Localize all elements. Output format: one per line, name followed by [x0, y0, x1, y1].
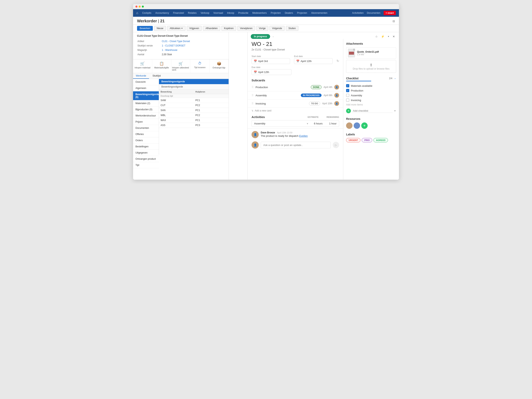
- add-checklist-input[interactable]: [352, 109, 393, 113]
- nav-inkoop[interactable]: Inkoop: [227, 11, 234, 15]
- drag-handle-icon[interactable]: ⠿: [252, 86, 253, 89]
- cell-pc2-1: PC2: [194, 113, 229, 118]
- home-icon[interactable]: ⌂: [136, 11, 138, 15]
- maximize-dot[interactable]: [142, 6, 144, 8]
- activity-name[interactable]: Assembly: [254, 122, 304, 125]
- end-date-field: End date 📅 April 12th: [294, 55, 333, 64]
- label-prio[interactable]: PRIO: [362, 138, 372, 142]
- drag-handle2-icon[interactable]: ⠿: [252, 94, 253, 97]
- drag-handle3-icon[interactable]: ⠿: [252, 102, 253, 105]
- minimize-dot[interactable]: [139, 6, 141, 8]
- sidebar-item-algemeen[interactable]: Algemeen: [133, 85, 159, 91]
- sidebar-item-offeries[interactable]: Offeries: [133, 131, 159, 137]
- nav-activiteiten[interactable]: Activiteiten: [352, 11, 364, 15]
- comment-link[interactable]: Evellen: [299, 134, 308, 137]
- action-inkopen-uitbesteed[interactable]: 🛒 Inkopen uitbesteed werk: [171, 59, 190, 73]
- nav-voorraad[interactable]: Voorraad: [213, 11, 223, 15]
- table-row: SAN PC1: [159, 108, 228, 113]
- nav-productie[interactable]: Productie: [238, 11, 248, 15]
- attachment-name[interactable]: Quote_Order21.pdf: [357, 50, 379, 53]
- sidebar-item-prijzen[interactable]: Prijzen: [133, 119, 159, 125]
- afdrukken-button[interactable]: Afdrukken ▼: [167, 26, 185, 31]
- action-inkopen-materiaal[interactable]: 🛒 Inkopen materiaal: [133, 59, 152, 73]
- tab-stuklijst[interactable]: Stuklijst: [150, 73, 163, 79]
- send-button[interactable]: ▷: [333, 142, 339, 148]
- sidebar-item-bestellingen[interactable]: Bestellingen: [133, 143, 159, 150]
- nav-verkoop[interactable]: Verkoop: [201, 11, 209, 15]
- filter-icon[interactable]: ⊟: [393, 19, 395, 23]
- drop-zone[interactable]: ⬆ Drop files to upload or browse files: [346, 60, 396, 73]
- comment-input[interactable]: [261, 142, 331, 148]
- add-checklist-button[interactable]: +: [346, 108, 351, 113]
- nav-cockpits[interactable]: Cockpits: [142, 11, 152, 15]
- sidebar-item-tijd[interactable]: Tijd: [133, 162, 159, 168]
- activities-title: Activities: [252, 115, 308, 119]
- checkbox-materials[interactable]: ✓: [346, 84, 349, 87]
- vorige-button[interactable]: Vorige: [256, 26, 268, 31]
- sidebar-item-uitgegeven[interactable]: Uitgegeven: [133, 150, 159, 156]
- action-ontvangst[interactable]: 📦 Ontvangst bijp: [209, 59, 228, 73]
- afhandelen-button[interactable]: Afhandelen: [203, 26, 220, 31]
- refresh-icon[interactable]: ↻: [336, 59, 339, 63]
- nieuw-button[interactable]: Nieuw: [154, 26, 166, 31]
- vrijgeven-button[interactable]: Vrijgeven: [187, 26, 202, 31]
- sidebar-item-bijproducten[interactable]: Bijproducten (0): [133, 106, 159, 113]
- subcard-name-assembly[interactable]: Assembly: [255, 94, 299, 97]
- subcard-status-assembly[interactable]: IN PROGRESSS: [301, 94, 322, 97]
- exact-brand-button[interactable]: = exact: [384, 11, 396, 15]
- nav-financieel[interactable]: Financieel: [173, 11, 184, 15]
- checklist-dropdown-icon[interactable]: ▼: [394, 109, 396, 112]
- checkbox-assembly[interactable]: [346, 94, 349, 97]
- start-date-value: April 3rd: [258, 60, 268, 62]
- subcard-status-invoicing[interactable]: TO DO: [309, 101, 320, 106]
- tab-werkorde[interactable]: Werkorde: [133, 73, 149, 79]
- add-card-row[interactable]: ↳ Add a new card: [247, 108, 343, 114]
- lightning-dropdown-button[interactable]: ▼: [387, 35, 390, 38]
- subcard-name-production[interactable]: Production: [255, 86, 309, 89]
- close-dot[interactable]: [135, 6, 137, 8]
- sidebar-item-materialen[interactable]: Materialen (2): [133, 100, 159, 106]
- sidebar-item-werkorderstructuur[interactable]: Werkorderstructuur: [133, 113, 159, 119]
- sidebar-item-overzicht[interactable]: Overzicht: [133, 79, 159, 85]
- sidebar-item-bewerkingsvolgorde[interactable]: Bewerkingsvolgorde (6): [133, 91, 159, 100]
- nav-relaties[interactable]: Relaties: [188, 11, 196, 15]
- subcard-name-invoicing[interactable]: Invoicing: [255, 102, 307, 105]
- sidebar-item-ontvangen-product[interactable]: Ontvangen product: [133, 156, 159, 162]
- action-materiaaltuitgifte[interactable]: 📋 Materiaaltuitgifte: [152, 59, 171, 73]
- nav-projecten2[interactable]: Projecten: [297, 11, 307, 15]
- nav-abonnementen[interactable]: Abonnementen: [311, 11, 327, 15]
- nav-medewerkers[interactable]: Medewerkers: [252, 11, 267, 15]
- status-badge[interactable]: In progress: [251, 34, 270, 39]
- due-date-input[interactable]: 📅 April 12th: [252, 69, 291, 75]
- add-resource-button[interactable]: +: [361, 122, 368, 129]
- action-tijd-invoeren[interactable]: ⏱ Tijd invoeren: [190, 59, 209, 73]
- nav-accountancy[interactable]: Accountancy: [155, 11, 169, 15]
- volgende-button[interactable]: Volgende: [270, 26, 285, 31]
- verwijderen-button[interactable]: Verwijderen: [237, 26, 255, 31]
- activity-dropdown-icon[interactable]: ▼: [306, 122, 309, 125]
- sidebar-item-documenten[interactable]: Documenten: [133, 125, 159, 131]
- nav-projecten1[interactable]: Projecten: [271, 11, 281, 15]
- checkbox-invoicing[interactable]: [346, 99, 349, 102]
- value-stuklijst[interactable]: 1 - CLOSET DORSET: [162, 44, 224, 48]
- checklist-arrow-icon[interactable]: →: [393, 77, 396, 80]
- sluiten-button[interactable]: Sluiten: [286, 26, 298, 31]
- nav-documenten[interactable]: Documenten: [367, 11, 380, 15]
- sidebar-item-orders[interactable]: Orders: [133, 137, 159, 143]
- value-artikel[interactable]: CL01 - Closet Type Dorset: [162, 39, 224, 43]
- lightning-button[interactable]: ⚡: [380, 34, 385, 39]
- subcard-status-production[interactable]: DONE: [311, 85, 322, 89]
- end-date-input[interactable]: 📅 April 12th: [294, 58, 333, 64]
- start-date-input[interactable]: 📅 April 3rd: [252, 58, 290, 64]
- bewerken-button[interactable]: Bewerken: [137, 26, 153, 31]
- nav-dealers[interactable]: Dealers: [285, 11, 293, 15]
- label-urgent[interactable]: URGENT: [346, 138, 361, 142]
- close-button[interactable]: ✕: [392, 34, 396, 39]
- star-button[interactable]: ☆: [374, 34, 379, 39]
- kopieren-button[interactable]: Kopiëren: [222, 26, 236, 31]
- table-row: Aantal 2,00 Stuk: [137, 52, 224, 56]
- add-more-items[interactable]: Add more items: [346, 102, 396, 107]
- value-magazijn[interactable]: 1 - Warehouse: [162, 48, 224, 52]
- label-agreed[interactable]: AGREED: [374, 138, 388, 142]
- checkbox-production[interactable]: ✓: [346, 89, 349, 92]
